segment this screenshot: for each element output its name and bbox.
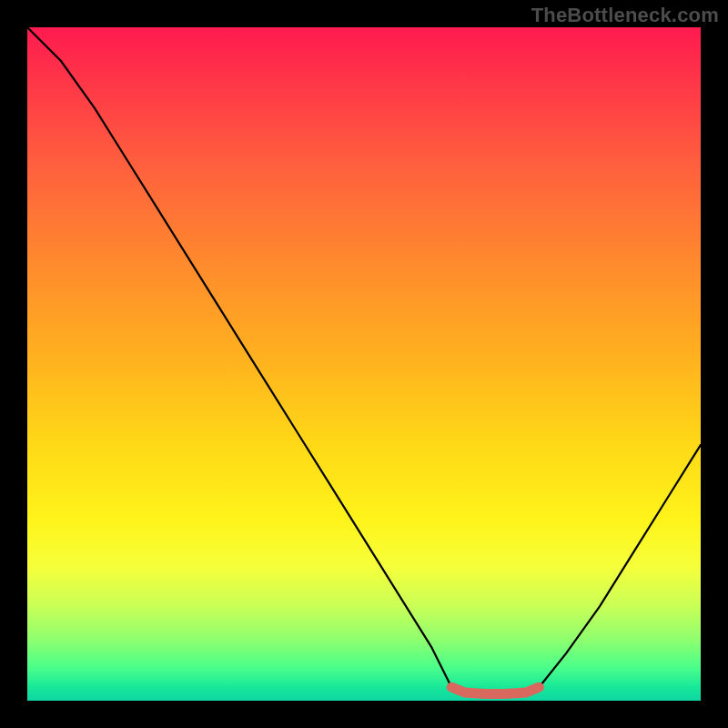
optimal-range-highlight xyxy=(451,687,539,693)
bottleneck-curve xyxy=(27,27,701,694)
chart-frame: TheBottleneck.com xyxy=(0,0,728,728)
curve-layer xyxy=(27,27,701,701)
watermark-text: TheBottleneck.com xyxy=(531,4,719,27)
plot-area xyxy=(27,27,701,701)
